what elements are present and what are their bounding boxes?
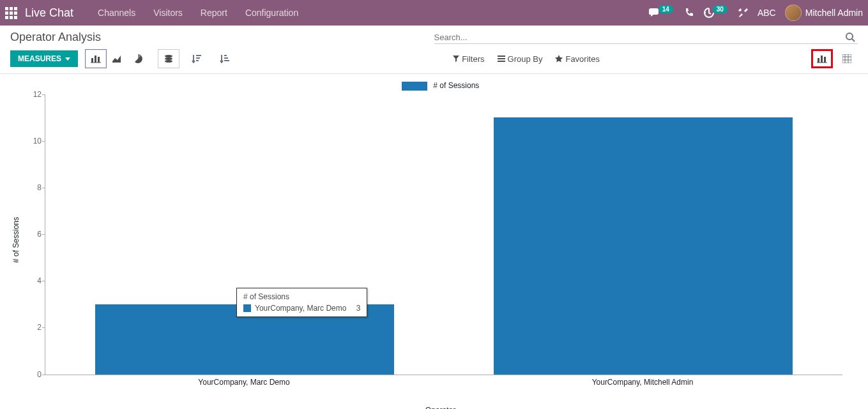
chart-legend: # of Sessions	[38, 80, 842, 91]
pie-chart-icon[interactable]	[127, 49, 149, 68]
y-axis-title: # of Sessions	[11, 217, 20, 263]
page-title: Operator Analysis	[10, 31, 434, 44]
company-label[interactable]: ABC	[758, 8, 776, 18]
y-tick: 2	[27, 323, 42, 332]
list-icon	[498, 56, 505, 62]
nav-configuration[interactable]: Configuration	[236, 8, 307, 18]
top-navbar: Live Chat Channels Visitors Report Confi…	[0, 0, 868, 26]
nav-report[interactable]: Report	[192, 8, 236, 18]
tooltip-swatch	[243, 304, 251, 312]
measures-label: MEASURES	[18, 54, 61, 63]
stacked-icon[interactable]	[158, 49, 179, 68]
y-tick: 10	[27, 137, 42, 145]
user-name: Mitchell Admin	[805, 8, 863, 18]
groupby-button[interactable]: Group By	[498, 54, 543, 64]
bar-chart-icon[interactable]	[85, 49, 107, 68]
search-input[interactable]	[434, 33, 843, 42]
star-icon	[555, 55, 563, 63]
user-menu[interactable]: Mitchell Admin	[785, 4, 863, 21]
y-tick: 12	[27, 90, 42, 99]
chart-bar[interactable]	[494, 117, 793, 374]
clock-badge: 30	[713, 5, 727, 13]
svg-point-8	[165, 60, 172, 63]
tooltip-value: 3	[356, 304, 361, 313]
pivot-view-button[interactable]	[836, 49, 858, 68]
chart-area: # of Sessions # of Sessions 024681012 Yo…	[0, 74, 868, 406]
svg-point-0	[846, 33, 853, 40]
filters-button[interactable]: Filters	[453, 54, 484, 64]
brand[interactable]: Live Chat	[25, 6, 73, 20]
phone-icon[interactable]	[684, 8, 694, 18]
legend-label: # of Sessions	[433, 81, 479, 90]
favorites-button[interactable]: Favorites	[555, 54, 599, 64]
caret-down-icon	[65, 57, 70, 61]
tooltip-title: # of Sessions	[243, 292, 360, 301]
x-tick-label: YourCompany, Marc Demo	[198, 378, 289, 387]
control-panel: Operator Analysis MEASURES	[0, 26, 868, 74]
groupby-label: Group By	[508, 54, 543, 64]
view-switcher	[812, 49, 858, 68]
y-tick: 4	[27, 276, 42, 285]
svg-rect-3	[95, 56, 96, 63]
x-labels: YourCompany, Marc DemoYourCompany, Mitch…	[45, 375, 842, 385]
chart-plot: 024681012	[45, 94, 842, 375]
search-filters: Filters Group By Favorites	[453, 54, 600, 64]
filters-label: Filters	[462, 54, 484, 64]
avatar	[785, 4, 802, 21]
svg-rect-2	[91, 58, 93, 63]
clock-icon[interactable]: 30	[703, 7, 729, 19]
apps-icon[interactable]	[5, 7, 17, 19]
chat-badge: 14	[659, 5, 673, 13]
svg-rect-24	[842, 54, 851, 63]
y-tick: 8	[27, 183, 42, 192]
chart-tooltip: # of Sessions YourCompany, Marc Demo 3	[236, 288, 367, 317]
svg-point-6	[165, 55, 172, 57]
x-axis-title: Operator	[38, 406, 842, 409]
chart-type-group	[86, 49, 149, 68]
svg-point-7	[165, 57, 172, 60]
tools-icon[interactable]	[738, 8, 749, 18]
tooltip-label: YourCompany, Marc Demo	[255, 304, 346, 313]
svg-line-1	[852, 39, 855, 41]
graph-view-button[interactable]	[811, 49, 833, 68]
search-bar[interactable]	[434, 31, 858, 44]
svg-rect-22	[824, 57, 826, 63]
svg-rect-4	[98, 57, 100, 63]
y-tick: 0	[27, 370, 42, 379]
y-tick: 6	[27, 230, 42, 239]
x-tick-label: YourCompany, Mitchell Admin	[592, 378, 694, 387]
nav-visitors[interactable]: Visitors	[144, 8, 192, 18]
measures-button[interactable]: MEASURES	[10, 50, 78, 67]
svg-rect-21	[821, 56, 823, 63]
search-icon[interactable]	[842, 32, 858, 42]
funnel-icon	[453, 56, 459, 62]
chat-icon[interactable]: 14	[649, 8, 675, 18]
sort-asc-icon[interactable]	[214, 49, 236, 68]
svg-rect-20	[818, 58, 819, 63]
legend-swatch	[402, 82, 427, 91]
favorites-label: Favorites	[565, 54, 599, 64]
sort-desc-icon[interactable]	[186, 49, 208, 68]
nav-channels[interactable]: Channels	[89, 8, 144, 18]
line-chart-icon[interactable]	[106, 49, 128, 68]
